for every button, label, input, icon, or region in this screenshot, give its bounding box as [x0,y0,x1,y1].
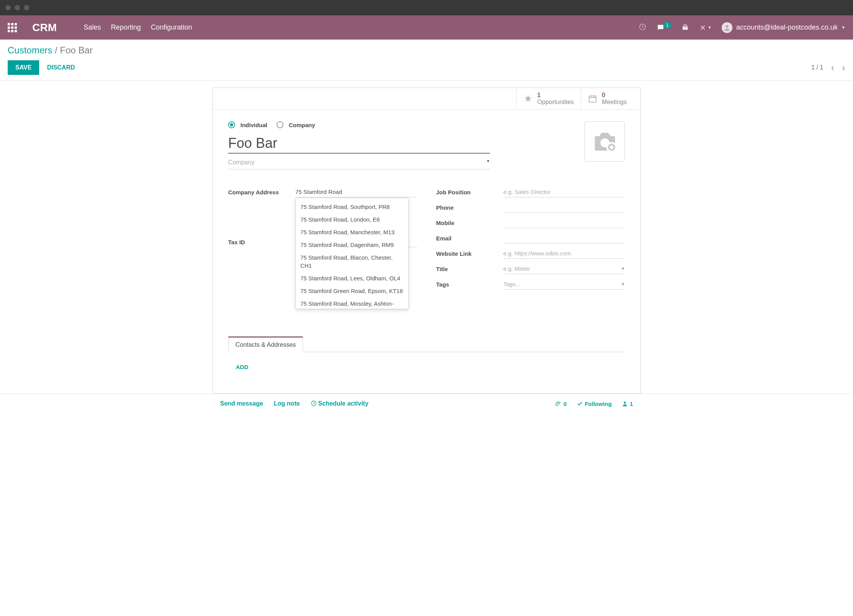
label-phone: Phone [436,204,504,211]
radio-company[interactable] [277,121,283,128]
stat-meetings[interactable]: 0Meetings [581,88,640,109]
label-mobile: Mobile [436,220,504,226]
paperclip-icon [555,401,561,407]
camera-plus-icon [591,128,618,155]
add-button[interactable]: ADD [236,364,248,370]
control-panel: Customers / Foo Bar SAVE DISCARD 1 / 1 ‹… [0,40,853,81]
pager-next[interactable]: › [842,62,845,74]
phone-input[interactable] [504,202,625,213]
person-icon [622,401,628,407]
breadcrumb: Customers / Foo Bar [8,45,845,56]
label-tax-id: Tax ID [228,239,295,245]
calendar-icon [588,94,597,103]
svg-rect-2 [589,96,596,102]
send-message-button[interactable]: Send message [220,400,263,407]
autocomplete-item[interactable]: 75 Stamford Road, Southport, PR8 [296,200,408,213]
website-input[interactable] [504,248,625,259]
label-job-position: Job Position [436,189,504,195]
tabs: Contacts & Addresses [228,336,625,352]
star-icon [523,94,533,103]
label-company-address: Company Address [228,189,295,195]
contact-type-row: Individual Company [228,121,625,128]
top-navbar: CRM Sales Reporting Configuration 1 ▼ ac… [0,15,853,40]
company-select[interactable]: Company ▼ [228,156,490,169]
image-upload[interactable] [585,121,625,162]
stat-bar: 1Opportunities 0Meetings [213,88,640,110]
title-select[interactable]: e.g. Mister ▼ [504,263,625,274]
gift-icon[interactable] [681,23,689,32]
mobile-input[interactable] [504,217,625,228]
caret-down-icon: ▼ [486,159,490,166]
user-email: accounts@ideal-postcodes.co.uk [736,23,838,31]
debug-icon[interactable]: ▼ [699,24,712,31]
user-menu[interactable]: accounts@ideal-postcodes.co.uk ▼ [722,22,845,33]
autocomplete-item[interactable]: 75 Stamford Road, Manchester, M13 [296,226,408,238]
nav-reporting[interactable]: Reporting [111,23,141,31]
window-dot [5,5,11,10]
svg-point-6 [624,402,626,404]
save-button[interactable]: SAVE [8,60,39,75]
check-icon [577,401,583,407]
followers-button[interactable]: 1 [622,401,633,407]
radio-individual[interactable] [228,121,235,128]
svg-point-1 [725,25,728,28]
name-input[interactable] [228,134,490,154]
label-title: Title [436,266,504,272]
breadcrumb-root[interactable]: Customers [8,45,52,55]
pager-prev[interactable]: ‹ [831,62,835,74]
tab-contacts-addresses[interactable]: Contacts & Addresses [228,336,303,352]
pager: 1 / 1 ‹ › [812,62,845,74]
company-address-input[interactable] [295,187,417,197]
window-titlebar [0,0,853,15]
autocomplete-item[interactable]: 75 Stamford Road, Dagenham, RM9 [296,238,408,251]
discard-button[interactable]: DISCARD [47,64,75,71]
form-sheet: 1Opportunities 0Meetings Individual Comp… [212,88,641,394]
chat-badge: 1 [663,22,671,28]
window-dot [15,5,20,10]
label-tags: Tags [436,281,504,288]
label-website: Website Link [436,250,504,257]
job-position-input[interactable] [504,187,625,197]
label-email: Email [436,235,504,242]
following-button[interactable]: Following [577,401,612,407]
breadcrumb-leaf: Foo Bar [60,45,93,55]
caret-down-icon: ▼ [621,267,625,271]
radio-individual-label[interactable]: Individual [240,122,267,128]
avatar-icon [722,22,732,33]
apps-icon[interactable] [8,23,17,32]
app-brand[interactable]: CRM [32,22,57,34]
clock-icon [311,400,317,406]
nav-sales[interactable]: Sales [84,23,101,31]
nav-configuration[interactable]: Configuration [151,23,192,31]
email-input[interactable] [504,233,625,243]
autocomplete-item[interactable]: 75 Stamford Green Road, Epsom, KT18 [296,285,408,297]
stat-opportunities[interactable]: 1Opportunities [516,88,581,109]
autocomplete-item[interactable]: 75 Stamford Road, Blacon, Chester, CH1 [296,251,408,272]
chatter: Send message Log note Schedule activity … [0,394,853,413]
window-dot [24,5,29,10]
tab-content: ADD [228,352,625,382]
pager-count: 1 / 1 [812,64,823,71]
caret-down-icon: ▼ [621,282,625,286]
nav-menu: Sales Reporting Configuration [84,23,192,31]
log-note-button[interactable]: Log note [274,400,300,407]
chat-icon[interactable]: 1 [656,23,671,32]
schedule-activity-button[interactable]: Schedule activity [311,400,369,407]
radio-company-label[interactable]: Company [289,122,315,128]
attachments-button[interactable]: 0 [555,401,566,407]
address-autocomplete: 75 Stamford Road, Southport, PR8 75 Stam… [295,198,409,309]
autocomplete-item[interactable]: 75 Stamford Road, Mossley, Ashton-under-… [296,297,408,309]
tags-select[interactable]: Tags... ▼ [504,279,625,290]
clock-icon[interactable] [639,23,646,32]
autocomplete-item[interactable]: 75 Stamford Road, Lees, Oldham, OL4 [296,272,408,285]
autocomplete-item[interactable]: 75 Stamford Road, London, E6 [296,213,408,226]
